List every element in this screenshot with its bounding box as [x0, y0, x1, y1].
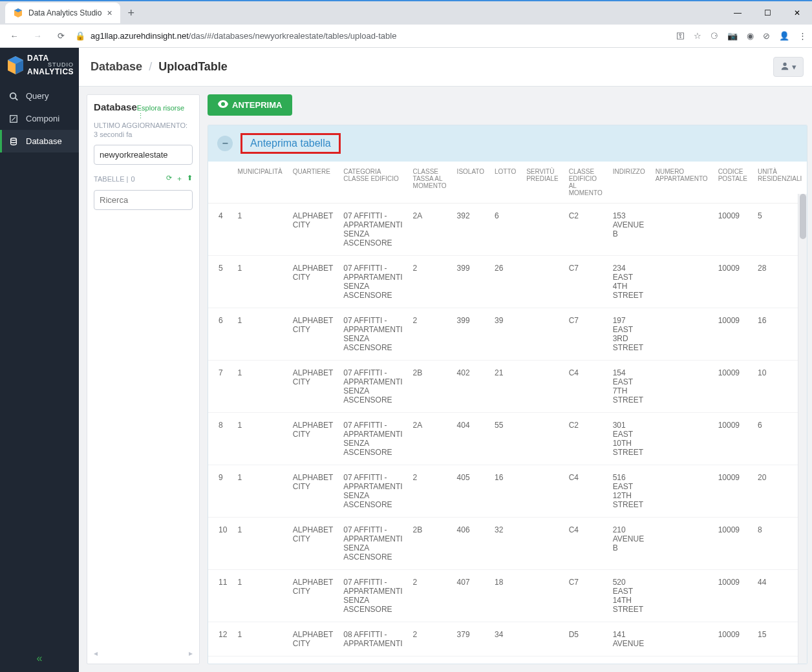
sidebar-item-query[interactable]: Query: [0, 85, 79, 107]
table-cell: [521, 570, 563, 622]
table-cell: 07 AFFITTI - APPARTAMENTI SENZA ASCENSOR…: [338, 518, 407, 570]
logo-icon: [5, 55, 26, 76]
table-cell: 07 AFFITTI - APPARTAMENTI SENZA ASCENSOR…: [338, 413, 407, 465]
table-search-input[interactable]: [94, 190, 193, 210]
database-panel: Database Esplora risorse ⋮ ULTIMO AGGIOR…: [87, 94, 200, 664]
nav-reload-button[interactable]: ⟳: [52, 27, 70, 45]
sidebar: DATA STUDIO ANALYTICS Query Componi Data…: [0, 48, 79, 672]
browser-menu-icon[interactable]: ⋮: [798, 31, 807, 41]
vertical-scrollbar[interactable]: [798, 194, 807, 664]
bookmark-star-icon[interactable]: ☆: [694, 31, 701, 41]
table-cell: 07 AFFITTI - APPARTAMENTI SENZA ASCENSOR…: [338, 308, 407, 361]
table-cell: 2: [408, 308, 452, 361]
table-row[interactable]: 41ALPHABET CITY07 AFFITTI - APPARTAMENTI…: [208, 204, 807, 256]
table-cell: [650, 570, 713, 622]
table-cell: 07 AFFITTI - APPARTAMENTI SENZA ASCENSOR…: [338, 256, 407, 308]
column-header[interactable]: CATEGORIA CLASSE EDIFICIO: [338, 162, 407, 204]
table-cell: 07 AFFITTI - APPARTAMENTI SENZA ASCENSOR…: [338, 204, 407, 256]
table-row[interactable]: 121ALPHABET CITY08 AFFITTI - APPARTAMENT…: [208, 622, 807, 656]
column-header[interactable]: CLASSE TASSA AL MOMENTO: [408, 162, 452, 204]
panel-title: Anteprima tabella: [250, 138, 331, 149]
table-cell: C2: [564, 204, 608, 256]
nav-back-button[interactable]: ←: [5, 27, 23, 45]
browser-tab[interactable]: Data Analytics Studio ×: [5, 3, 120, 23]
table-cell: ALPHABET CITY: [288, 465, 338, 518]
table-cell: 2: [408, 570, 452, 622]
upload-table-icon[interactable]: ⬆: [187, 174, 193, 184]
table-cell: 6: [208, 308, 232, 361]
column-header[interactable]: SERVITÙ PREDIALE: [521, 162, 563, 204]
user-menu-button[interactable]: ▾: [773, 57, 804, 77]
table-row[interactable]: 91ALPHABET CITY07 AFFITTI - APPARTAMENTI…: [208, 465, 807, 518]
column-header[interactable]: MUNICIPALITÀ: [232, 162, 287, 204]
breadcrumb-root[interactable]: Database: [91, 60, 142, 74]
nav-forward-button[interactable]: →: [28, 27, 47, 45]
new-tab-button[interactable]: +: [120, 6, 143, 20]
table-cell: 10009: [713, 256, 753, 308]
sidebar-item-database[interactable]: Database: [0, 130, 79, 152]
window-close-button[interactable]: ✕: [782, 3, 812, 23]
table-row[interactable]: 111ALPHABET CITY07 AFFITTI - APPARTAMENT…: [208, 570, 807, 622]
table-row[interactable]: 101ALPHABET CITY07 AFFITTI - APPARTAMENT…: [208, 518, 807, 570]
table-row[interactable]: 61ALPHABET CITY07 AFFITTI - APPARTAMENTI…: [208, 308, 807, 361]
table-cell: 10009: [713, 204, 753, 256]
table-cell: 16: [489, 465, 521, 518]
table-cell: 234 EAST 4TH STREET: [608, 256, 650, 308]
table-cell: 399: [452, 256, 489, 308]
url-field[interactable]: 🔒 ag1llap.azurehdinsight.net/das/#/datab…: [75, 31, 671, 41]
tables-count: 0: [131, 175, 134, 183]
browser-tab-strip: Data Analytics Studio × + — ☐ ✕: [0, 1, 812, 25]
column-header[interactable]: CLASSE EDIFICIO AL MOMENTO: [564, 162, 608, 204]
window-minimize-button[interactable]: —: [723, 3, 753, 23]
last-refresh-value: 3 secondi fa: [94, 131, 193, 138]
table-cell: 12: [208, 622, 232, 656]
table-cell: 210 AVENUE B: [608, 518, 650, 570]
camera-icon[interactable]: 📷: [727, 31, 738, 41]
column-header[interactable]: INDIRIZZO: [608, 162, 650, 204]
column-header[interactable]: NUMERO APPARTAMENTO: [650, 162, 713, 204]
window-maximize-button[interactable]: ☐: [753, 3, 782, 23]
table-cell: [650, 622, 713, 656]
table-cell: 2: [408, 256, 452, 308]
column-header[interactable]: CODICE POSTALE: [713, 162, 753, 204]
collapse-toggle[interactable]: −: [217, 136, 233, 151]
table-cell: 10009: [713, 570, 753, 622]
table-row[interactable]: 81ALPHABET CITY07 AFFITTI - APPARTAMENTI…: [208, 413, 807, 465]
profile-avatar-icon[interactable]: 👤: [779, 31, 789, 41]
table-cell: 301 EAST 10TH STREET: [608, 413, 650, 465]
url-text: ag1llap.azurehdinsight.net/das/#/databas…: [91, 31, 396, 41]
sidebar-label-compose: Componi: [26, 114, 59, 123]
add-table-icon[interactable]: ＋: [176, 174, 183, 184]
column-header[interactable]: QUARTIERE: [288, 162, 338, 204]
table-cell: 10009: [713, 622, 753, 656]
address-bar: ← → ⟳ 🔒 ag1llap.azurehdinsight.net/das/#…: [0, 25, 812, 48]
column-header[interactable]: ISOLATO: [452, 162, 489, 204]
table-cell: 6: [489, 204, 521, 256]
extension-icon-1[interactable]: ⚆: [710, 31, 718, 41]
explore-link[interactable]: Esplora risorse ⋮: [137, 104, 193, 120]
password-key-icon[interactable]: ⚿: [676, 31, 685, 41]
table-cell: 516 EAST 12TH STREET: [608, 465, 650, 518]
database-name-input[interactable]: [94, 145, 193, 165]
table-cell: 402: [452, 361, 489, 413]
panel-h-scroll[interactable]: ◂▸: [94, 649, 193, 657]
extension-icon-3[interactable]: ⊘: [763, 31, 770, 41]
sidebar-collapse-button[interactable]: «: [0, 645, 79, 672]
table-cell: 153 AVENUE B: [608, 204, 650, 256]
table-container[interactable]: MUNICIPALITÀQUARTIERECATEGORIA CLASSE ED…: [208, 162, 807, 664]
table-cell: C4: [564, 361, 608, 413]
sidebar-item-compose[interactable]: Componi: [0, 107, 79, 130]
preview-button[interactable]: ANTEPRIMA: [208, 94, 292, 116]
table-cell: 406: [452, 518, 489, 570]
table-row[interactable]: 71ALPHABET CITY07 AFFITTI - APPARTAMENTI…: [208, 361, 807, 413]
column-header[interactable]: LOTTO: [489, 162, 521, 204]
table-row[interactable]: 51ALPHABET CITY07 AFFITTI - APPARTAMENTI…: [208, 256, 807, 308]
table-cell: 10009: [713, 518, 753, 570]
close-tab-icon[interactable]: ×: [107, 8, 112, 18]
refresh-icon[interactable]: ⟳: [166, 174, 172, 184]
table-cell: 379: [452, 622, 489, 656]
table-cell: 39: [489, 308, 521, 361]
table-cell: D5: [564, 622, 608, 656]
extension-icon-2[interactable]: ◉: [747, 31, 754, 41]
browser-tab-title: Data Analytics Studio: [28, 8, 102, 17]
